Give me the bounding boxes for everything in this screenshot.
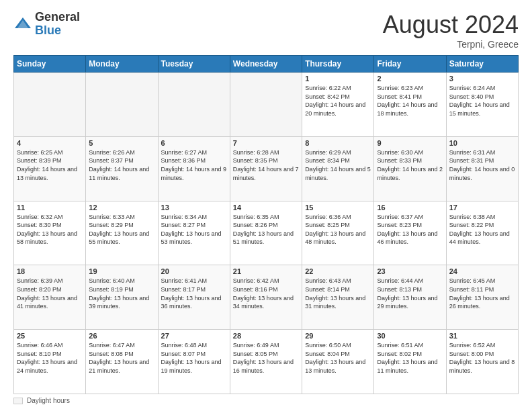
calendar-week-4: 25Sunrise: 6:46 AMSunset: 8:10 PMDayligh… (14, 330, 519, 394)
calendar-table: SundayMondayTuesdayWednesdayThursdayFrid… (13, 55, 519, 394)
calendar-cell: 27Sunrise: 6:48 AMSunset: 8:07 PMDayligh… (158, 330, 230, 394)
calendar-cell: 23Sunrise: 6:44 AMSunset: 8:13 PMDayligh… (374, 265, 446, 330)
day-number: 13 (161, 203, 227, 212)
day-info: Sunrise: 6:26 AMSunset: 8:37 PMDaylight:… (89, 148, 154, 182)
location: Terpni, Greece (383, 39, 519, 50)
day-number: 23 (377, 267, 443, 275)
day-header-thursday: Thursday (302, 56, 374, 73)
day-number: 18 (17, 267, 83, 275)
day-info: Sunrise: 6:31 AMSunset: 8:31 PMDaylight:… (449, 148, 515, 182)
title-block: August 2024 Terpni, Greece (383, 11, 519, 50)
day-number: 22 (305, 267, 371, 275)
day-header-saturday: Saturday (446, 56, 518, 73)
calendar-cell: 28Sunrise: 6:49 AMSunset: 8:05 PMDayligh… (230, 330, 302, 394)
day-number: 26 (89, 332, 154, 340)
day-info: Sunrise: 6:44 AMSunset: 8:13 PMDaylight:… (377, 277, 443, 310)
calendar-cell: 9Sunrise: 6:30 AMSunset: 8:33 PMDaylight… (374, 136, 446, 201)
calendar-cell: 24Sunrise: 6:45 AMSunset: 8:11 PMDayligh… (446, 265, 518, 330)
calendar-cell: 22Sunrise: 6:43 AMSunset: 8:14 PMDayligh… (302, 265, 374, 330)
day-number: 8 (305, 139, 371, 147)
day-info: Sunrise: 6:42 AMSunset: 8:16 PMDaylight:… (233, 277, 299, 310)
day-info: Sunrise: 6:45 AMSunset: 8:11 PMDaylight:… (449, 277, 515, 310)
day-number: 28 (233, 332, 299, 340)
calendar-cell: 4Sunrise: 6:25 AMSunset: 8:39 PMDaylight… (14, 136, 86, 201)
day-info: Sunrise: 6:40 AMSunset: 8:19 PMDaylight:… (89, 277, 154, 310)
calendar-cell: 7Sunrise: 6:28 AMSunset: 8:35 PMDaylight… (230, 136, 302, 201)
page: General Blue August 2024 Terpni, Greece … (0, 0, 532, 411)
day-number: 29 (305, 332, 371, 340)
calendar-cell: 14Sunrise: 6:35 AMSunset: 8:26 PMDayligh… (230, 201, 302, 265)
calendar-week-2: 11Sunrise: 6:32 AMSunset: 8:30 PMDayligh… (14, 201, 519, 265)
day-number: 24 (449, 267, 515, 275)
day-number: 11 (17, 203, 83, 212)
calendar-cell: 10Sunrise: 6:31 AMSunset: 8:31 PMDayligh… (446, 136, 518, 201)
day-info: Sunrise: 6:51 AMSunset: 8:02 PMDaylight:… (377, 341, 443, 375)
logo-blue-text: Blue (35, 24, 61, 37)
day-number: 21 (233, 267, 299, 275)
header: General Blue August 2024 Terpni, Greece (13, 11, 519, 50)
logo: General Blue (13, 11, 80, 38)
day-info: Sunrise: 6:22 AMSunset: 8:42 PMDaylight:… (305, 84, 371, 118)
day-info: Sunrise: 6:50 AMSunset: 8:04 PMDaylight:… (305, 341, 371, 375)
calendar-cell: 1Sunrise: 6:22 AMSunset: 8:42 PMDaylight… (302, 73, 374, 137)
day-info: Sunrise: 6:28 AMSunset: 8:35 PMDaylight:… (233, 148, 299, 182)
calendar-cell: 13Sunrise: 6:34 AMSunset: 8:27 PMDayligh… (158, 201, 230, 265)
day-number: 14 (233, 203, 299, 212)
logo-general-text: General (35, 10, 80, 24)
calendar-cell: 3Sunrise: 6:24 AMSunset: 8:40 PMDaylight… (446, 73, 518, 137)
calendar-cell: 5Sunrise: 6:26 AMSunset: 8:37 PMDaylight… (86, 136, 158, 201)
calendar-week-3: 18Sunrise: 6:39 AMSunset: 8:20 PMDayligh… (14, 265, 519, 330)
calendar-cell: 12Sunrise: 6:33 AMSunset: 8:29 PMDayligh… (86, 201, 158, 265)
day-number: 20 (161, 267, 227, 275)
calendar-cell: 17Sunrise: 6:38 AMSunset: 8:22 PMDayligh… (446, 201, 518, 265)
day-info: Sunrise: 6:43 AMSunset: 8:14 PMDaylight:… (305, 277, 371, 310)
day-number: 15 (305, 203, 371, 212)
day-header-friday: Friday (374, 56, 446, 73)
calendar-cell: 21Sunrise: 6:42 AMSunset: 8:16 PMDayligh… (230, 265, 302, 330)
day-header-sunday: Sunday (14, 56, 86, 73)
month-year: August 2024 (383, 11, 519, 39)
day-info: Sunrise: 6:38 AMSunset: 8:22 PMDaylight:… (449, 213, 515, 246)
calendar-cell: 19Sunrise: 6:40 AMSunset: 8:19 PMDayligh… (86, 265, 158, 330)
day-info: Sunrise: 6:35 AMSunset: 8:26 PMDaylight:… (233, 213, 299, 246)
day-number: 16 (377, 203, 443, 212)
day-number: 4 (17, 139, 83, 147)
day-number: 17 (449, 203, 515, 212)
calendar-cell: 18Sunrise: 6:39 AMSunset: 8:20 PMDayligh… (14, 265, 86, 330)
day-info: Sunrise: 6:49 AMSunset: 8:05 PMDaylight:… (233, 341, 299, 375)
day-number: 9 (377, 139, 443, 147)
calendar-header-row: SundayMondayTuesdayWednesdayThursdayFrid… (14, 56, 519, 73)
day-info: Sunrise: 6:48 AMSunset: 8:07 PMDaylight:… (161, 341, 227, 375)
calendar-week-1: 4Sunrise: 6:25 AMSunset: 8:39 PMDaylight… (14, 136, 519, 201)
day-info: Sunrise: 6:34 AMSunset: 8:27 PMDaylight:… (161, 213, 227, 246)
calendar-cell (86, 73, 158, 137)
calendar-cell: 29Sunrise: 6:50 AMSunset: 8:04 PMDayligh… (302, 330, 374, 394)
footer: Daylight hours (13, 397, 519, 404)
calendar-cell: 31Sunrise: 6:52 AMSunset: 8:00 PMDayligh… (446, 330, 518, 394)
day-info: Sunrise: 6:52 AMSunset: 8:00 PMDaylight:… (449, 341, 515, 375)
day-number: 12 (89, 203, 154, 212)
day-info: Sunrise: 6:32 AMSunset: 8:30 PMDaylight:… (17, 213, 83, 246)
calendar-cell: 8Sunrise: 6:29 AMSunset: 8:34 PMDaylight… (302, 136, 374, 201)
calendar-cell: 25Sunrise: 6:46 AMSunset: 8:10 PMDayligh… (14, 330, 86, 394)
calendar-cell: 2Sunrise: 6:23 AMSunset: 8:41 PMDaylight… (374, 73, 446, 137)
day-header-wednesday: Wednesday (230, 56, 302, 73)
day-number: 2 (377, 75, 443, 83)
day-number: 7 (233, 139, 299, 147)
day-info: Sunrise: 6:47 AMSunset: 8:08 PMDaylight:… (89, 341, 154, 375)
day-number: 25 (17, 332, 83, 340)
day-header-monday: Monday (86, 56, 158, 73)
day-info: Sunrise: 6:39 AMSunset: 8:20 PMDaylight:… (17, 277, 83, 310)
calendar-cell: 11Sunrise: 6:32 AMSunset: 8:30 PMDayligh… (14, 201, 86, 265)
day-info: Sunrise: 6:24 AMSunset: 8:40 PMDaylight:… (449, 84, 515, 118)
footer-note: Daylight hours (27, 397, 70, 404)
day-info: Sunrise: 6:46 AMSunset: 8:10 PMDaylight:… (17, 341, 83, 375)
day-info: Sunrise: 6:25 AMSunset: 8:39 PMDaylight:… (17, 148, 83, 182)
calendar-cell: 26Sunrise: 6:47 AMSunset: 8:08 PMDayligh… (86, 330, 158, 394)
calendar-cell: 15Sunrise: 6:36 AMSunset: 8:25 PMDayligh… (302, 201, 374, 265)
calendar-cell: 16Sunrise: 6:37 AMSunset: 8:23 PMDayligh… (374, 201, 446, 265)
calendar-cell (14, 73, 86, 137)
day-info: Sunrise: 6:29 AMSunset: 8:34 PMDaylight:… (305, 148, 371, 182)
day-header-tuesday: Tuesday (158, 56, 230, 73)
calendar-cell: 20Sunrise: 6:41 AMSunset: 8:17 PMDayligh… (158, 265, 230, 330)
